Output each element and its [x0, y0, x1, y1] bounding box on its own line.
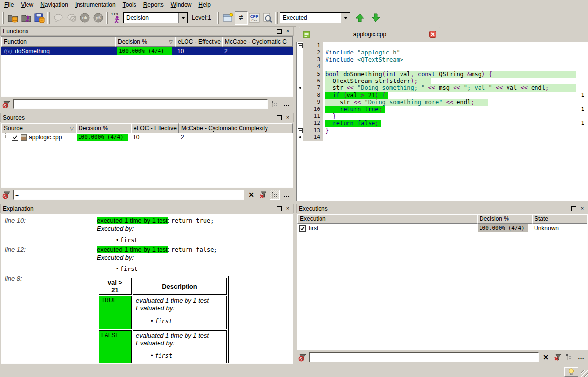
- float-panel-button[interactable]: [276, 205, 283, 212]
- filter-tree-mode-button[interactable]: [270, 190, 280, 200]
- tab-applogic-cpp[interactable]: applogic.cpp: [299, 27, 440, 42]
- combo-dropdown-button[interactable]: [341, 13, 350, 23]
- filter-tree-mode-button[interactable]: [564, 352, 574, 362]
- toolbar-handle[interactable]: [47, 12, 50, 24]
- code-line[interactable]: 5bool doSomething(int val, const QString…: [297, 71, 588, 78]
- menu-item-tools[interactable]: Tools: [120, 0, 140, 9]
- close-panel-button[interactable]: ×: [284, 205, 291, 212]
- open-database-button[interactable]: [6, 11, 20, 25]
- fold-collapse-icon[interactable]: [298, 128, 303, 133]
- code-line[interactable]: 11 }: [297, 113, 588, 120]
- next-execution-button[interactable]: [370, 11, 383, 25]
- code-line[interactable]: 7 str << "Doing something; " << msg << "…: [297, 84, 588, 91]
- column-header-mccabe[interactable]: McCabe - Cyclomatic C: [222, 37, 293, 47]
- close-panel-button[interactable]: ×: [579, 205, 586, 212]
- code-line[interactable]: 12 return false;1: [297, 120, 588, 127]
- unvalidate-button[interactable]: ok: [91, 11, 105, 25]
- combo-dropdown-button[interactable]: [178, 13, 187, 23]
- column-header-function[interactable]: Function: [1, 37, 115, 47]
- column-header-mccabe[interactable]: McCabe - Cyclomatic Complexity: [179, 123, 293, 133]
- executed-filter-combo[interactable]: Executed: [280, 12, 350, 23]
- float-panel-button[interactable]: [276, 28, 283, 34]
- resize-grip[interactable]: [581, 370, 588, 377]
- sources-filter-input[interactable]: [13, 190, 244, 200]
- menu-item-instrumentation[interactable]: Instrumentation: [72, 0, 120, 9]
- filter-more-button[interactable]: …: [282, 190, 292, 200]
- explanation-entry-body: executed 1 time by 1 test: return false;…: [97, 246, 291, 274]
- menu-item-help[interactable]: Help: [195, 0, 214, 9]
- test-list-item: • first: [116, 266, 291, 272]
- diff-mode-button[interactable]: ≠: [235, 11, 248, 25]
- menu-item-view[interactable]: View: [18, 0, 37, 9]
- close-panel-button[interactable]: ×: [284, 28, 291, 34]
- code-line[interactable]: 3#include <QTextStream>: [297, 56, 588, 63]
- menu-item-navigation[interactable]: Navigation: [37, 0, 72, 9]
- filter-clear-icon[interactable]: [2, 190, 11, 199]
- function-row-dosomething[interactable]: f(x)doSomething 100.000% (4/4) 10 2: [1, 47, 293, 55]
- source-checkbox[interactable]: [12, 135, 18, 141]
- hint-button[interactable]: [564, 367, 578, 377]
- column-header-decision[interactable]: Decision %: [76, 123, 131, 133]
- code-line[interactable]: 4: [297, 63, 588, 70]
- remove-comment-button[interactable]: [65, 11, 78, 25]
- float-panel-button[interactable]: [570, 205, 577, 212]
- add-comment-button[interactable]: [52, 11, 65, 25]
- column-header-decision[interactable]: Decision %▽: [115, 37, 175, 47]
- code-line[interactable]: 2#include "applogic.h": [297, 49, 588, 56]
- executions-filter-input[interactable]: [309, 352, 539, 362]
- toolbar-handle[interactable]: [2, 12, 4, 24]
- code-line[interactable]: 8 if (val > 21) {1: [297, 92, 588, 99]
- float-panel-button[interactable]: [276, 114, 283, 121]
- execution-row-first[interactable]: first 100.000% (4/4) Unknown: [297, 224, 587, 233]
- folder-runner-icon: [21, 12, 32, 23]
- coverage-level-combo[interactable]: Decision: [123, 12, 188, 23]
- preview-button[interactable]: [261, 11, 274, 25]
- code-line[interactable]: 6 QTextStream str(stderr);: [297, 78, 588, 84]
- source-row-applogic[interactable]: applogic.cpp 100.000% (4/4) 10 2: [1, 133, 293, 142]
- validate-button[interactable]: ok: [78, 11, 91, 25]
- column-header-source[interactable]: Source▽: [1, 123, 76, 133]
- toolbar-handle[interactable]: [106, 12, 108, 24]
- code-line[interactable]: 9 str << "Doing something more" << endl;: [297, 99, 588, 106]
- column-header-eloc[interactable]: eLOC - Effective: [175, 37, 222, 47]
- close-panel-button[interactable]: ×: [284, 114, 291, 121]
- column-header-state[interactable]: State: [532, 214, 587, 224]
- execution-order-button[interactable]: 1.2.3.: [110, 11, 123, 25]
- toolbar-handle[interactable]: [275, 12, 278, 24]
- fold-collapse-icon[interactable]: [298, 43, 303, 48]
- filter-remove-button[interactable]: [258, 190, 268, 200]
- filter-clear-text-button[interactable]: ✕: [246, 190, 256, 200]
- column-header-decision[interactable]: Decision %: [477, 214, 532, 224]
- filter-more-button[interactable]: …: [282, 99, 292, 109]
- show-windows-button[interactable]: [221, 11, 235, 25]
- execution-checkbox[interactable]: [299, 225, 306, 232]
- filter-clear-icon[interactable]: [2, 100, 11, 108]
- code-line[interactable]: 13}: [297, 127, 588, 134]
- functions-filter-input[interactable]: [13, 99, 268, 109]
- filter-tree-mode-button[interactable]: [270, 99, 280, 109]
- column-header-execution[interactable]: Execution: [297, 214, 477, 224]
- save-database-button[interactable]: [33, 11, 46, 25]
- column-header-eloc[interactable]: eLOC - Effective: [131, 123, 179, 133]
- cpp-view-button[interactable]: CPP C++: [248, 11, 261, 25]
- filter-remove-button[interactable]: [553, 352, 562, 362]
- source-code-editor[interactable]: 12#include "applogic.h"3#include <QTextS…: [296, 42, 588, 201]
- code-line[interactable]: 1: [297, 42, 588, 49]
- code-span: #include <QTextStream>: [325, 56, 403, 63]
- execution-count: 1: [576, 92, 588, 99]
- open-run-database-button[interactable]: [20, 11, 33, 25]
- filter-more-button[interactable]: …: [576, 352, 586, 362]
- menu-item-file[interactable]: File: [1, 0, 18, 9]
- previous-execution-button[interactable]: [353, 11, 367, 25]
- eloc-cell: 10: [177, 48, 184, 54]
- code-line[interactable]: 10 return true;1: [297, 106, 588, 113]
- tab-close-icon[interactable]: [429, 31, 436, 38]
- toolbar-handle[interactable]: [217, 12, 219, 24]
- code-line[interactable]: 14: [297, 134, 588, 141]
- filter-clear-icon[interactable]: [298, 353, 307, 362]
- menu-item-window[interactable]: Window: [168, 0, 196, 9]
- execution-count: 1: [576, 120, 588, 127]
- menu-item-reports[interactable]: Reports: [140, 0, 168, 9]
- filter-clear-text-button[interactable]: ✕: [541, 352, 551, 362]
- explanation-panel-title: Explanation: [3, 205, 34, 212]
